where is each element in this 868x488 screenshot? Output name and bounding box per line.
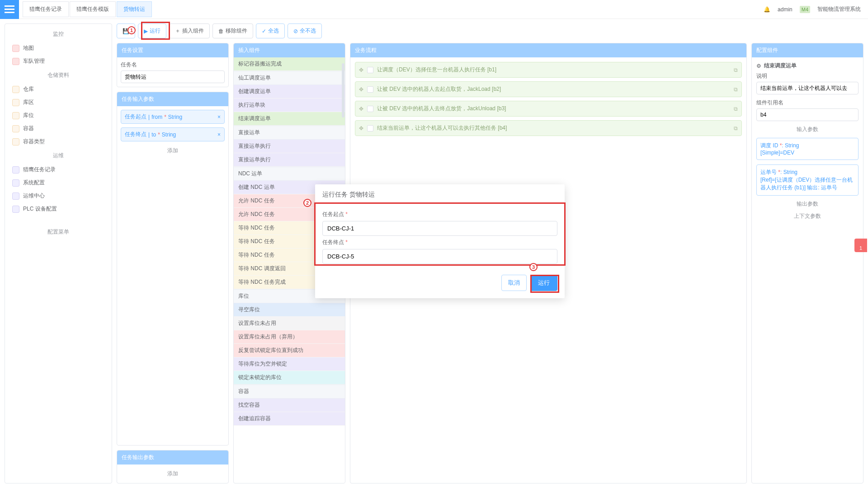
- flow-text: 结束当前运单，让这个机器人可以去执行其他任务 [b4]: [377, 124, 730, 132]
- copy-icon[interactable]: ⧉: [734, 67, 738, 73]
- insert-item[interactable]: 执行运单块: [234, 99, 345, 112]
- flow-checkbox[interactable]: [367, 125, 373, 131]
- flow-item[interactable]: ✥结束当前运单，让这个机器人可以去执行其他任务 [b4]⧉: [355, 120, 742, 136]
- deselect-all-button[interactable]: ⊘全不选: [288, 23, 322, 38]
- insert-item[interactable]: 找空容器: [234, 399, 345, 412]
- insert-item[interactable]: 反复尝试锁定库位直到成功: [234, 344, 345, 357]
- annotation-2: 2: [303, 199, 311, 207]
- sidebar-item-ops-center[interactable]: 运维中心: [8, 189, 109, 202]
- input-param-from[interactable]: 任务起点| from* String ×: [121, 110, 225, 124]
- remove-component-button[interactable]: 🗑移除组件: [212, 23, 253, 38]
- flow-checkbox[interactable]: [367, 86, 373, 93]
- map-icon: [12, 45, 19, 52]
- drag-handle-icon[interactable]: ✥: [359, 67, 363, 73]
- insert-item[interactable]: 等待库位为空并锁定: [234, 357, 345, 371]
- trash-icon: 🗑: [218, 28, 224, 34]
- insert-item[interactable]: 创建追踪容器: [234, 412, 345, 426]
- param-detail: [Simple]=DEV: [760, 150, 794, 156]
- param-type: String: [785, 142, 799, 149]
- flow-checkbox[interactable]: [367, 67, 373, 73]
- task-name-input[interactable]: [121, 70, 225, 83]
- hamburger-menu[interactable]: [0, 0, 19, 19]
- flow-header: 业务流程: [350, 43, 746, 57]
- task-input-header: 任务输入参数: [117, 92, 228, 106]
- input-params-title: 输入参数: [756, 126, 859, 133]
- sidebar-item-label: 库区: [23, 99, 34, 106]
- input-param-to[interactable]: 任务终点| to* String ×: [121, 127, 225, 141]
- insert-item[interactable]: 直接运单执行: [234, 140, 345, 153]
- remove-param-icon[interactable]: ×: [217, 131, 221, 138]
- config-desc-input[interactable]: [756, 82, 859, 94]
- bell-icon[interactable]: 🔔: [764, 6, 770, 13]
- drag-handle-icon[interactable]: ✥: [359, 86, 363, 93]
- insert-item[interactable]: 设置库位未占用: [234, 317, 345, 330]
- tab-1[interactable]: 猎鹰任务模版: [70, 1, 116, 17]
- run-button[interactable]: ▶运行: [138, 23, 166, 38]
- insert-item[interactable]: 结束调度运单: [234, 112, 345, 126]
- insert-item[interactable]: 设置库位未占用（弃用）: [234, 330, 345, 344]
- sidebar-item-sys-config[interactable]: 系统配置: [8, 176, 109, 189]
- scrollbar-thumb[interactable]: [342, 63, 344, 117]
- flow-item[interactable]: ✥让被 DEV 选中的机器人去终点放货，JackUnload [b3]⧉: [355, 101, 742, 117]
- config-ref-input[interactable]: [756, 108, 859, 121]
- copy-icon[interactable]: ⧉: [734, 125, 738, 131]
- sidebar-item-plc[interactable]: PLC 设备配置: [8, 202, 109, 216]
- tabs-row: 猎鹰任务记录 猎鹰任务模版 货物转运: [19, 1, 764, 17]
- system-name: 智能物流管理系统: [817, 5, 861, 13]
- version-badge: M4: [800, 6, 810, 13]
- modal-start-input[interactable]: [322, 221, 557, 236]
- sidebar-item-label: PLC 设备配置: [23, 205, 57, 213]
- insert-component-button[interactable]: ＋插入组件: [169, 23, 210, 38]
- select-all-button[interactable]: ✓全选: [256, 23, 285, 38]
- sidebar-item-label: 运维中心: [23, 192, 45, 200]
- sidebar-item-container[interactable]: 容器: [8, 122, 109, 135]
- sidebar-item-falcon-records[interactable]: 猎鹰任务记录: [8, 163, 109, 176]
- flow-item[interactable]: ✥让被 DEV 选中的机器人去起点取货，JackLoad [b2]⧉: [355, 81, 742, 97]
- config-param-1[interactable]: 运单号 *: String [Ref]=[让调度（DEV）选择任意一台机器人执行…: [756, 164, 859, 196]
- task-settings-header: 任务设置: [117, 43, 228, 57]
- remove-param-icon[interactable]: ×: [217, 114, 221, 120]
- insert-group-title: 直接运单: [234, 126, 345, 140]
- sidebar-item-fleet[interactable]: 车队管理: [8, 55, 109, 68]
- copy-icon[interactable]: ⧉: [734, 86, 738, 93]
- sidebar-item-slot[interactable]: 库位: [8, 109, 109, 122]
- modal-end-input[interactable]: [322, 249, 557, 264]
- play-icon: ▶: [144, 28, 148, 34]
- param-name: 任务起点: [125, 113, 146, 121]
- flow-item[interactable]: ✥让调度（DEV）选择任意一台机器人执行任务 [b1]⧉: [355, 62, 742, 78]
- warehouse-icon: [12, 86, 19, 93]
- insert-item[interactable]: 创建调度运单: [234, 85, 345, 99]
- header-right: 🔔 admin M4 智能物流管理系统: [764, 5, 868, 13]
- add-input-param[interactable]: 添加: [121, 145, 225, 156]
- sidebar-item-warehouse[interactable]: 仓库: [8, 83, 109, 96]
- modal-run-button[interactable]: 运行: [530, 275, 557, 291]
- config-card: 配置组件 ⚙结束调度运单 说明 组件引用名 输入参数 调度 ID *: Stri…: [751, 43, 863, 483]
- config-header: 配置组件: [752, 43, 863, 57]
- user-name[interactable]: admin: [778, 6, 793, 13]
- sidebar-item-map[interactable]: 地图: [8, 42, 109, 55]
- flow-text: 让被 DEV 选中的机器人去起点取货，JackLoad [b2]: [377, 85, 730, 93]
- sidebar-item-container-type[interactable]: 容器类型: [8, 135, 109, 148]
- sidebar-item-label: 车队管理: [23, 57, 45, 65]
- modal-cancel-button[interactable]: 取消: [501, 275, 527, 291]
- flow-checkbox[interactable]: [367, 106, 373, 112]
- sidebar-item-zone[interactable]: 库区: [8, 96, 109, 109]
- insert-item[interactable]: 直接运单执行: [234, 153, 345, 167]
- drag-handle-icon[interactable]: ✥: [359, 125, 363, 131]
- config-menu-link[interactable]: 配置菜单: [8, 225, 109, 239]
- insert-item[interactable]: 锁定未锁定的库位: [234, 371, 345, 385]
- floating-error-badge[interactable]: 1: [854, 239, 867, 252]
- copy-icon[interactable]: ⧉: [734, 106, 738, 112]
- tab-2[interactable]: 货物转运: [117, 1, 152, 17]
- config-param-0[interactable]: 调度 ID *: String [Simple]=DEV: [756, 138, 859, 160]
- insert-item[interactable]: 寻空库位: [234, 303, 345, 317]
- container-type-icon: [12, 138, 19, 145]
- sidebar-item-label: 容器类型: [23, 138, 45, 145]
- add-output-param[interactable]: 添加: [121, 468, 225, 479]
- deselect-all-label: 全不选: [300, 27, 316, 35]
- remove-button-label: 移除组件: [226, 27, 247, 35]
- drag-handle-icon[interactable]: ✥: [359, 106, 363, 112]
- tab-0[interactable]: 猎鹰任务记录: [23, 1, 69, 17]
- insert-item[interactable]: 标记容器搬运完成: [234, 57, 345, 71]
- param-name: 调度 ID: [760, 142, 778, 149]
